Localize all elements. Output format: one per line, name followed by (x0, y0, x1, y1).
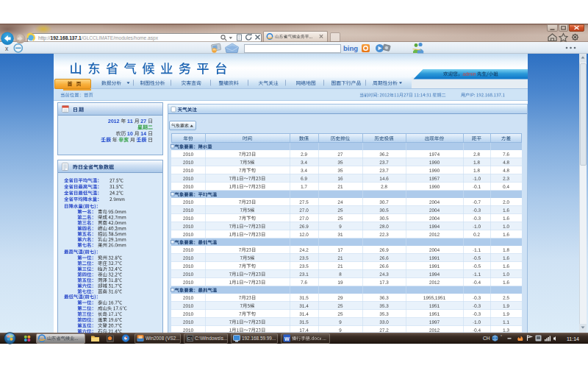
svg-text:C:\: C:\ (187, 336, 193, 341)
svg-text:http://192.168.137.1/GLCCLIMAT: http://192.168.137.1/GLCCLIMATE/modules/… (38, 35, 159, 41)
svg-text:C:\Windows\s...: C:\Windows\s... (195, 336, 228, 341)
svg-text:11:14: 11:14 (567, 336, 579, 342)
svg-text:W: W (284, 336, 290, 342)
svg-text:bing: bing (343, 44, 358, 52)
svg-text:CH: CH (483, 336, 490, 341)
svg-text:°: ° (501, 334, 502, 339)
svg-text:Win2008 (VS2...: Win2008 (VS2... (146, 336, 180, 342)
svg-text:192.168.59.99...: 192.168.59.99... (242, 336, 276, 341)
svg-text:x: x (5, 45, 9, 52)
